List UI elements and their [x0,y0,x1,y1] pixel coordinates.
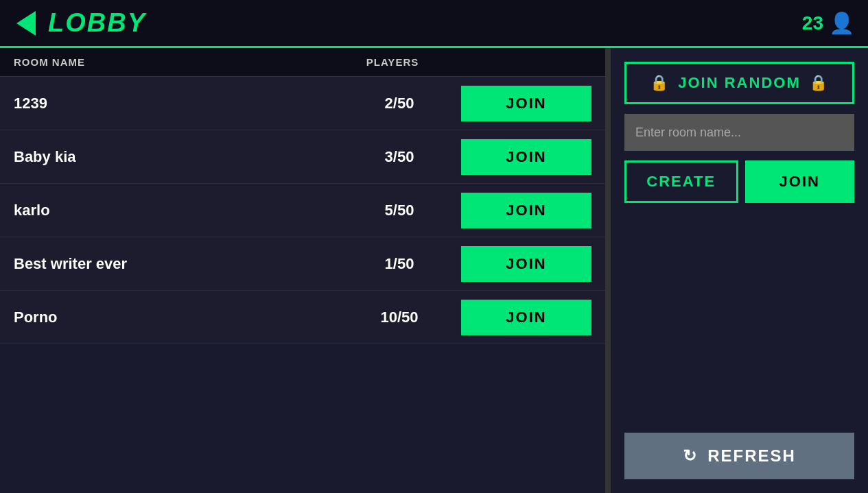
room-join-button[interactable]: JOIN [461,246,591,282]
player-count: 23 [802,12,823,34]
room-name-cell: Porno [14,309,338,326]
right-panel: 🔒 JOIN RANDOM 🔒 CREATE JOIN ↻ REFRESH [611,48,868,493]
room-name-cell: karlo [14,202,338,219]
col-room-name-header: ROOM NAME [14,56,331,68]
join-button[interactable]: JOIN [745,160,855,203]
table-row: Baby kia3/50JOIN [0,130,605,184]
room-join-button[interactable]: JOIN [461,300,591,335]
create-button[interactable]: CREATE [624,160,738,203]
room-players-cell: 3/50 [338,148,461,166]
column-headers: ROOM NAME PLAYERS [0,48,605,77]
room-join-button[interactable]: JOIN [461,139,591,175]
create-join-row: CREATE JOIN [624,160,854,203]
room-join-button[interactable]: JOIN [461,193,591,228]
spacer [624,213,854,423]
lock-left-icon: 🔒 [650,74,670,92]
room-players-cell: 1/50 [338,255,461,273]
refresh-icon: ↻ [683,446,698,466]
join-random-button[interactable]: 🔒 JOIN RANDOM 🔒 [624,62,854,104]
room-players-cell: 2/50 [338,95,461,112]
room-name-cell: Best writer ever [14,255,338,273]
lobby-title: LOBBY [48,8,146,38]
room-list-panel: ROOM NAME PLAYERS 12392/50JOINBaby kia3/… [0,48,608,493]
room-name-cell: Baby kia [14,148,338,166]
main-content: ROOM NAME PLAYERS 12392/50JOINBaby kia3/… [0,48,868,493]
header: LOBBY 23 👤 [0,0,868,48]
room-name-cell: 1239 [14,95,338,112]
back-button[interactable] [11,8,41,38]
refresh-label: REFRESH [707,446,796,466]
table-row: Porno10/50JOIN [0,291,605,344]
refresh-button[interactable]: ↻ REFRESH [624,433,854,479]
room-players-cell: 5/50 [338,202,461,219]
table-row: Best writer ever1/50JOIN [0,237,605,291]
room-players-cell: 10/50 [338,309,461,326]
room-join-button[interactable]: JOIN [461,86,591,121]
table-row: karlo5/50JOIN [0,184,605,237]
player-icon: 👤 [829,11,854,35]
player-count-area: 23 👤 [802,11,854,35]
col-players-header: PLAYERS [331,56,454,68]
room-list: 12392/50JOINBaby kia3/50JOINkarlo5/50JOI… [0,77,605,344]
lock-right-icon: 🔒 [809,74,829,92]
back-arrow-icon [16,11,36,36]
join-random-label: JOIN RANDOM [678,74,800,92]
table-row: 12392/50JOIN [0,77,605,130]
room-name-input[interactable] [624,114,854,151]
